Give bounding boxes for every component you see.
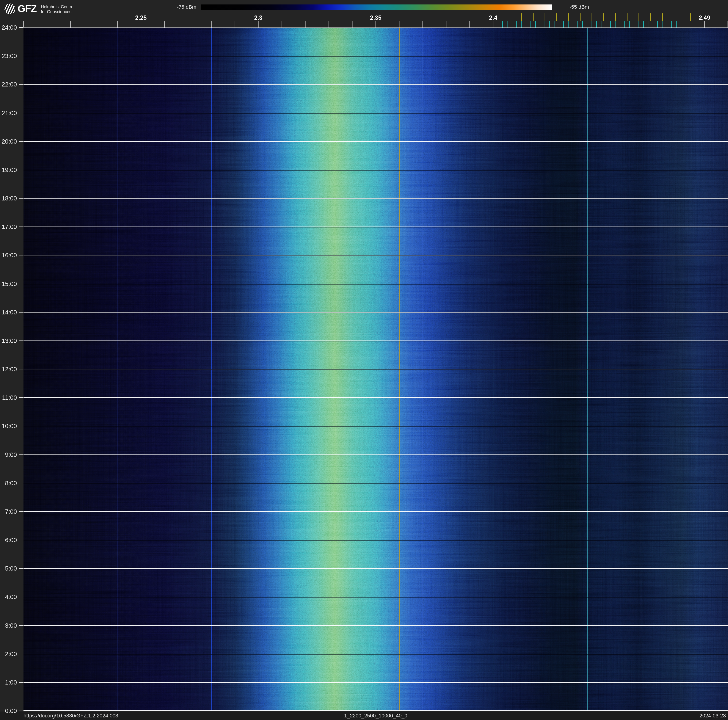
time-tick-dash: [19, 283, 23, 284]
hour-gridline: [23, 255, 728, 256]
time-axis-label: 3:00: [0, 622, 17, 629]
time-axis-label: 7:00: [0, 508, 17, 515]
ble-channel-tick: [610, 21, 611, 28]
footer-bar: https://doi.org/10.5880/GFZ.1.2.2024.003…: [0, 712, 728, 720]
ble-channel-tick: [544, 21, 545, 28]
freq-minor-tick: [23, 21, 24, 28]
time-tick-dash: [19, 84, 23, 84]
dataset-id: 1_2200_2500_10000_40_0: [23, 712, 728, 720]
time-axis-label: 10:00: [0, 423, 17, 430]
time-axis-label: 13:00: [0, 337, 17, 344]
time-tick-dash: [19, 198, 23, 199]
wifi-channel-tick: [639, 14, 639, 21]
hour-gridline: [23, 568, 728, 569]
ble-channel-tick: [507, 21, 508, 28]
time-tick-dash: [19, 397, 23, 398]
time-axis-label: 11:00: [0, 394, 17, 401]
wifi-channel-tick: [627, 14, 627, 21]
time-axis-label: 21:00: [0, 109, 17, 116]
hour-gridline: [23, 625, 728, 626]
wifi-channel-tick: [650, 14, 651, 21]
time-axis-label: 23:00: [0, 52, 17, 60]
hour-gridline: [23, 682, 728, 683]
freq-axis-label: 2.25: [127, 15, 155, 21]
hour-gridline: [23, 597, 728, 597]
freq-minor-tick: [235, 21, 235, 28]
time-axis-label: 24:00: [0, 24, 17, 31]
freq-minor-tick: [305, 21, 306, 28]
time-axis-label: 8:00: [0, 479, 17, 487]
freq-minor-tick: [141, 21, 141, 28]
time-axis-label: 1:00: [0, 679, 17, 686]
ble-channel-tick: [624, 21, 625, 28]
gfz-brand: GFZ: [18, 3, 37, 14]
time-axis-label: 16:00: [0, 252, 17, 259]
time-tick-dash: [19, 625, 23, 626]
ble-channel-tick: [648, 21, 648, 28]
freq-minor-tick: [211, 21, 212, 28]
wifi-channel-tick: [603, 14, 604, 21]
wifi-channel-tick: [533, 14, 534, 21]
ble-channel-tick: [531, 21, 531, 28]
hour-gridline: [23, 141, 728, 142]
ble-channel-tick: [516, 21, 517, 28]
time-axis-label: 4:00: [0, 593, 17, 601]
hour-gridline: [23, 283, 728, 285]
ble-channel-tick: [596, 21, 597, 28]
time-tick-dash: [19, 483, 23, 483]
gfz-org-line2: for Geosciences: [41, 9, 73, 14]
time-tick-dash: [19, 27, 23, 28]
hour-gridline: [23, 369, 728, 370]
ble-channel-tick: [526, 21, 526, 28]
time-tick-dash: [19, 141, 23, 142]
time-tick-dash: [19, 682, 23, 683]
ble-channel-tick: [653, 21, 653, 28]
freq-axis-label: 2.3: [244, 15, 272, 21]
wifi-channel-tick: [568, 14, 569, 21]
hour-gridline: [23, 170, 728, 171]
ble-channel-tick: [512, 21, 512, 28]
time-axis-label: 20:00: [0, 138, 17, 145]
freq-minor-tick: [704, 21, 705, 28]
hour-gridline: [23, 426, 728, 427]
time-axis-label: 6:00: [0, 536, 17, 544]
hour-gridline: [23, 198, 728, 199]
freq-axis-label: 2.4: [479, 15, 507, 21]
hour-gridline: [23, 540, 728, 541]
hour-gridline: [23, 654, 728, 655]
ble-channel-tick: [681, 21, 681, 28]
time-tick-dash: [19, 654, 23, 654]
freq-minor-tick: [258, 21, 258, 28]
time-axis-label: 5:00: [0, 565, 17, 572]
gfz-org-line1: Helmholtz Centre: [41, 5, 73, 9]
ble-channel-tick: [671, 21, 672, 28]
wifi-channel-tick: [662, 14, 663, 21]
freq-minor-tick: [376, 21, 376, 28]
hour-gridline: [23, 227, 728, 227]
hour-gridline: [23, 312, 728, 313]
freq-minor-tick: [188, 21, 188, 28]
ble-channel-tick: [521, 21, 522, 28]
time-axis-label: 14:00: [0, 309, 17, 316]
ble-channel-tick: [502, 21, 503, 28]
date-label: 2024-03-23: [699, 712, 726, 720]
freq-minor-tick: [281, 21, 282, 28]
ble-channel-tick: [554, 21, 554, 28]
wifi-channel-tick: [544, 14, 545, 21]
ble-channel-tick: [592, 21, 592, 28]
hour-gridline: [23, 511, 728, 512]
time-axis-label: 22:00: [0, 81, 17, 88]
ble-channel-tick: [559, 21, 559, 28]
ble-channel-tick: [568, 21, 569, 28]
hour-gridline: [23, 113, 728, 114]
hour-gridline: [23, 28, 728, 28]
time-tick-dash: [19, 455, 23, 455]
freq-minor-tick: [329, 21, 329, 28]
freq-minor-tick: [94, 21, 94, 28]
time-tick-dash: [19, 56, 23, 56]
time-tick-dash: [19, 170, 23, 170]
time-tick-dash: [19, 597, 23, 597]
ble-channel-tick: [549, 21, 550, 28]
time-tick-dash: [19, 711, 23, 711]
freq-minor-tick: [47, 21, 47, 28]
